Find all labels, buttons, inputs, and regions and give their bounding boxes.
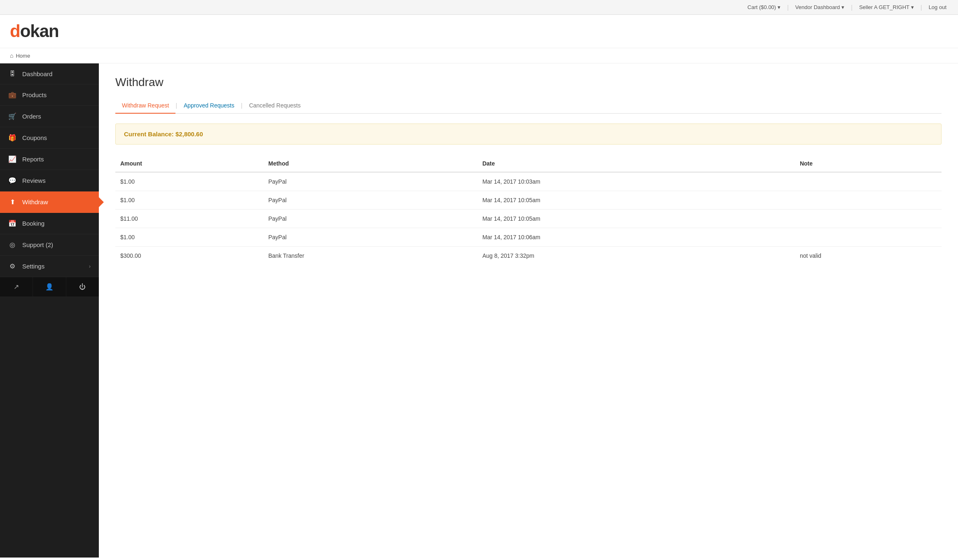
sidebar-label-dashboard: Dashboard [22, 70, 52, 77]
main-content: Withdraw Withdraw Request | Approved Req… [99, 63, 958, 558]
col-note: Note [795, 156, 942, 172]
logout-button[interactable]: Log out [925, 4, 950, 10]
sidebar-label-orders: Orders [22, 113, 41, 120]
power-button[interactable]: ⏻ [66, 277, 99, 296]
sidebar-item-dashboard[interactable]: 🎛 Dashboard [0, 63, 99, 84]
cell-method: PayPal [263, 191, 477, 210]
balance-label: Current Balance: $2,800.60 [124, 131, 203, 138]
seller-menu[interactable]: Seller A GET_RIGHT ▾ [856, 4, 917, 10]
sidebar-item-reviews[interactable]: 💬 Reviews [0, 170, 99, 191]
sidebar-label-support: Support (2) [22, 241, 53, 248]
col-date: Date [477, 156, 795, 172]
sidebar-item-orders[interactable]: 🛒 Orders [0, 106, 99, 127]
user-icon: 👤 [45, 283, 54, 291]
cart-menu[interactable]: Cart ($0.00) ▾ [744, 4, 784, 10]
tab-withdraw-request[interactable]: Withdraw Request [115, 99, 175, 114]
cell-date: Mar 14, 2017 10:03am [477, 172, 795, 191]
cell-amount: $1.00 [115, 172, 263, 191]
col-method: Method [263, 156, 477, 172]
home-icon: ⌂ [10, 52, 13, 59]
booking-icon: 📅 [8, 219, 16, 227]
products-icon: 💼 [8, 91, 16, 99]
power-icon: ⏻ [79, 283, 86, 291]
table-row: $11.00PayPalMar 14, 2017 10:05am [115, 210, 942, 228]
orders-icon: 🛒 [8, 112, 16, 120]
withdraw-table: Amount Method Date Note $1.00PayPalMar 1… [115, 156, 942, 265]
top-bar: Cart ($0.00) ▾ | Vendor Dashboard ▾ | Se… [0, 0, 958, 15]
cell-method: PayPal [263, 172, 477, 191]
cart-chevron-icon: ▾ [778, 4, 780, 10]
settings-arrow-icon: › [89, 264, 91, 269]
cell-note: not valid [795, 247, 942, 265]
sidebar-label-settings: Settings [22, 263, 44, 270]
seller-chevron-icon: ▾ [911, 4, 914, 10]
cell-note [795, 191, 942, 210]
page-title: Withdraw [115, 76, 942, 89]
vendor-dashboard-menu[interactable]: Vendor Dashboard ▾ [792, 4, 848, 10]
cell-amount: $1.00 [115, 228, 263, 247]
cell-date: Mar 14, 2017 10:05am [477, 191, 795, 210]
logo[interactable]: dokan [10, 21, 948, 41]
sidebar: 🎛 Dashboard 💼 Products 🛒 Orders 🎁 Coupon… [0, 63, 99, 558]
cart-label: Cart ($0.00) [748, 4, 776, 10]
cell-method: PayPal [263, 228, 477, 247]
tab-cancelled-requests[interactable]: Cancelled Requests [243, 99, 307, 114]
vendor-chevron-icon: ▾ [841, 4, 844, 10]
cell-method: Bank Transfer [263, 247, 477, 265]
sidebar-label-withdraw: Withdraw [22, 198, 48, 205]
table-row: $1.00PayPalMar 14, 2017 10:06am [115, 228, 942, 247]
cell-date: Mar 14, 2017 10:06am [477, 228, 795, 247]
tabs-bar: Withdraw Request | Approved Requests | C… [115, 99, 942, 114]
table-row: $1.00PayPalMar 14, 2017 10:03am [115, 172, 942, 191]
cell-amount: $1.00 [115, 191, 263, 210]
col-amount: Amount [115, 156, 263, 172]
sidebar-item-support[interactable]: ◎ Support (2) [0, 234, 99, 256]
cell-date: Mar 14, 2017 10:05am [477, 210, 795, 228]
external-link-icon: ↗ [14, 283, 19, 291]
reports-icon: 📈 [8, 155, 16, 163]
external-link-button[interactable]: ↗ [0, 277, 33, 296]
logo-rest: okan [20, 21, 59, 41]
cell-amount: $11.00 [115, 210, 263, 228]
support-icon: ◎ [8, 241, 16, 249]
coupons-icon: 🎁 [8, 134, 16, 142]
sidebar-item-booking[interactable]: 📅 Booking [0, 213, 99, 234]
cell-amount: $300.00 [115, 247, 263, 265]
withdraw-icon: ⬆ [8, 198, 16, 206]
sidebar-bottom: ↗ 👤 ⏻ [0, 277, 99, 296]
table-header-row: Amount Method Date Note [115, 156, 942, 172]
sidebar-item-settings[interactable]: ⚙ Settings › [0, 256, 99, 277]
breadcrumb: ⌂ Home [0, 48, 958, 63]
balance-box: Current Balance: $2,800.60 [115, 124, 942, 145]
sidebar-item-products[interactable]: 💼 Products [0, 84, 99, 106]
logo-d: d [10, 21, 20, 41]
cell-date: Aug 8, 2017 3:32pm [477, 247, 795, 265]
user-profile-button[interactable]: 👤 [33, 277, 66, 296]
cell-note [795, 210, 942, 228]
logo-bar: dokan [0, 15, 958, 48]
breadcrumb-home[interactable]: Home [16, 53, 30, 59]
main-layout: 🎛 Dashboard 💼 Products 🛒 Orders 🎁 Coupon… [0, 63, 958, 558]
sidebar-label-reviews: Reviews [22, 177, 46, 184]
seller-label: Seller A GET_RIGHT [859, 4, 909, 10]
sidebar-label-products: Products [22, 91, 47, 98]
sidebar-label-reports: Reports [22, 156, 44, 163]
sidebar-item-withdraw[interactable]: ⬆ Withdraw [0, 191, 99, 213]
table-row: $300.00Bank TransferAug 8, 2017 3:32pmno… [115, 247, 942, 265]
sidebar-label-coupons: Coupons [22, 134, 47, 141]
dashboard-icon: 🎛 [8, 70, 16, 77]
tab-approved-requests[interactable]: Approved Requests [177, 99, 241, 114]
settings-icon: ⚙ [8, 262, 16, 270]
cell-note [795, 228, 942, 247]
sidebar-label-booking: Booking [22, 220, 44, 227]
table-row: $1.00PayPalMar 14, 2017 10:05am [115, 191, 942, 210]
divider3: | [921, 4, 922, 11]
sidebar-item-coupons[interactable]: 🎁 Coupons [0, 127, 99, 149]
cell-method: PayPal [263, 210, 477, 228]
divider2: | [851, 4, 853, 11]
vendor-dashboard-label: Vendor Dashboard [795, 4, 840, 10]
cell-note [795, 172, 942, 191]
reviews-icon: 💬 [8, 177, 16, 184]
sidebar-item-reports[interactable]: 📈 Reports [0, 149, 99, 170]
divider1: | [787, 4, 789, 11]
